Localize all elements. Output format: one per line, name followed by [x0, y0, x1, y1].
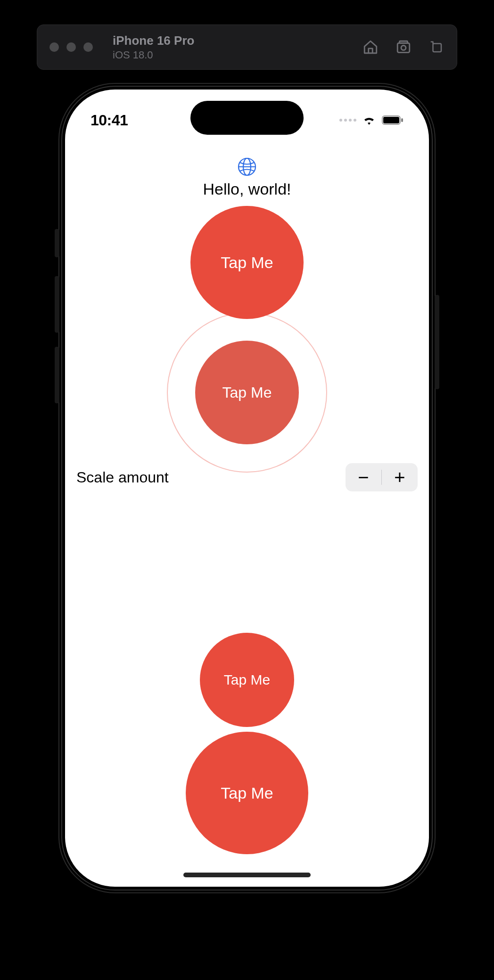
- volume-down-button[interactable]: [55, 347, 59, 403]
- tap-me-button-4[interactable]: Tap Me: [186, 732, 308, 854]
- screenshot-icon[interactable]: [395, 39, 412, 55]
- rotate-icon[interactable]: [428, 39, 445, 55]
- svg-rect-3: [433, 44, 442, 52]
- tap-me-button-3[interactable]: Tap Me: [200, 633, 294, 727]
- window-zoom-dot[interactable]: [83, 42, 93, 52]
- simulator-toolbar: iPhone 16 Pro iOS 18.0: [37, 24, 457, 70]
- battery-icon: [382, 115, 403, 125]
- scale-ring: Tap Me: [167, 312, 327, 473]
- tap-me-button-1[interactable]: Tap Me: [190, 206, 304, 319]
- cellular-signal-icon: [339, 119, 356, 122]
- home-icon[interactable]: [362, 39, 379, 55]
- svg-rect-2: [400, 41, 408, 43]
- mute-switch[interactable]: [55, 229, 59, 257]
- plus-icon: +: [394, 467, 405, 488]
- phone-screen: 10:41: [65, 90, 429, 887]
- svg-point-1: [401, 45, 406, 50]
- hello-world-label: Hello, world!: [203, 180, 291, 198]
- scale-stepper-label: Scale amount: [76, 469, 169, 486]
- window-close-dot[interactable]: [49, 42, 59, 52]
- window-minimize-dot[interactable]: [66, 42, 76, 52]
- side-power-button[interactable]: [435, 295, 439, 389]
- tap-me-button-4-label: Tap Me: [221, 784, 273, 802]
- minus-icon: −: [358, 467, 369, 488]
- svg-rect-5: [383, 117, 399, 123]
- tap-me-button-3-label: Tap Me: [224, 672, 270, 688]
- tap-me-button-2[interactable]: Tap Me: [195, 341, 299, 444]
- window-traffic-lights[interactable]: [49, 42, 93, 52]
- stepper-decrement-button[interactable]: −: [346, 463, 381, 491]
- scale-stepper: − +: [346, 463, 418, 491]
- wifi-icon: [362, 115, 376, 125]
- volume-up-button[interactable]: [55, 276, 59, 333]
- tap-me-button-2-label: Tap Me: [222, 384, 272, 401]
- svg-rect-6: [401, 118, 403, 122]
- tap-me-button-1-label: Tap Me: [221, 253, 273, 272]
- status-time: 10:41: [91, 112, 128, 129]
- dynamic-island: [190, 101, 304, 135]
- phone-frame: 10:41: [58, 83, 436, 893]
- simulator-device-name: iPhone 16 Pro: [113, 33, 194, 49]
- app-content: Hello, world! Tap Me Tap Me Scale amount…: [65, 141, 429, 887]
- svg-rect-0: [397, 43, 410, 53]
- stepper-increment-button[interactable]: +: [382, 463, 418, 491]
- globe-icon: [237, 156, 257, 177]
- simulator-os-version: iOS 18.0: [113, 49, 194, 62]
- home-indicator[interactable]: [183, 873, 311, 877]
- simulator-title-block: iPhone 16 Pro iOS 18.0: [113, 33, 194, 61]
